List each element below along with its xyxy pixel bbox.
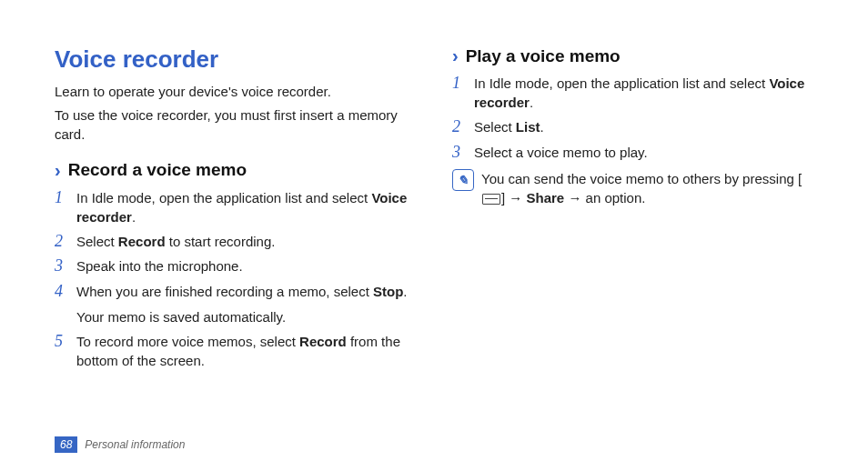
step-text: To record more voice memos, select Recor… bbox=[76, 332, 416, 370]
intro-line-1: Learn to operate your device's voice rec… bbox=[55, 83, 416, 101]
step-text: In Idle mode, open the application list … bbox=[474, 74, 813, 112]
intro-line-2: To use the voice recorder, you must firs… bbox=[55, 106, 416, 144]
note-text: You can send the voice memo to others by… bbox=[481, 169, 813, 207]
play-memo-heading-text: Play a voice memo bbox=[466, 46, 621, 66]
right-column: › Play a voice memo 1 In Idle mode, open… bbox=[452, 45, 813, 418]
text: In Idle mode, open the application list … bbox=[474, 75, 769, 91]
step-number: 2 bbox=[55, 232, 71, 252]
play-memo-heading: › Play a voice memo bbox=[452, 45, 813, 66]
step-text: Speak into the microphone. bbox=[76, 256, 243, 276]
text: In Idle mode, open the application list … bbox=[76, 190, 371, 205]
step-number: 5 bbox=[55, 332, 71, 352]
record-steps-list: 1 In Idle mode, open the application lis… bbox=[55, 188, 416, 302]
bold-text: Record bbox=[299, 334, 347, 349]
step-number: 3 bbox=[452, 143, 469, 163]
text: When you are finished recording a memo, … bbox=[76, 284, 373, 299]
record-steps-list-cont: 5 To record more voice memos, select Rec… bbox=[55, 332, 416, 370]
play-step-3: 3 Select a voice memo to play. bbox=[452, 143, 813, 163]
text: . bbox=[540, 119, 544, 135]
record-step-4-sub: Your memo is saved automatically. bbox=[76, 307, 416, 326]
step-text: When you are finished recording a memo, … bbox=[76, 282, 408, 301]
step-text: In Idle mode, open the application list … bbox=[76, 188, 416, 226]
note-icon: ✎ bbox=[452, 169, 474, 191]
text: → an option. bbox=[564, 190, 645, 205]
play-step-2: 2 Select List. bbox=[452, 117, 813, 137]
step-number: 4 bbox=[55, 282, 71, 302]
left-column: Voice recorder Learn to operate your dev… bbox=[55, 45, 416, 418]
text: to start recording. bbox=[166, 234, 276, 249]
chevron-right-icon: › bbox=[55, 160, 61, 181]
chevron-right-icon: › bbox=[452, 45, 459, 66]
text: . bbox=[132, 209, 136, 225]
record-step-2: 2 Select Record to start recording. bbox=[55, 232, 416, 252]
step-text: Select List. bbox=[474, 117, 544, 136]
step-number: 2 bbox=[452, 117, 469, 137]
bold-text: Record bbox=[118, 234, 166, 249]
step-text: Select a voice memo to play. bbox=[474, 143, 648, 162]
bold-text: Stop bbox=[373, 284, 403, 299]
text: Select bbox=[474, 119, 516, 135]
text: You can send the voice memo to others by… bbox=[481, 171, 802, 186]
share-note: ✎ You can send the voice memo to others … bbox=[452, 169, 813, 207]
two-column-layout: Voice recorder Learn to operate your dev… bbox=[55, 45, 813, 418]
step-number: 1 bbox=[452, 74, 469, 94]
record-step-3: 3 Speak into the microphone. bbox=[55, 256, 416, 276]
record-memo-heading: › Record a voice memo bbox=[55, 160, 416, 181]
record-step-1: 1 In Idle mode, open the application lis… bbox=[55, 188, 416, 226]
step-number: 1 bbox=[55, 188, 71, 208]
record-step-5: 5 To record more voice memos, select Rec… bbox=[55, 332, 416, 370]
text: ] → bbox=[501, 190, 527, 205]
menu-key-icon bbox=[482, 194, 500, 205]
manual-page: Voice recorder Learn to operate your dev… bbox=[0, 0, 868, 471]
text: Select bbox=[76, 234, 118, 249]
record-memo-heading-text: Record a voice memo bbox=[68, 160, 247, 180]
page-title: Voice recorder bbox=[55, 45, 416, 74]
step-number: 3 bbox=[55, 256, 71, 276]
step-text: Select Record to start recording. bbox=[76, 232, 275, 251]
page-number-badge: 68 bbox=[55, 436, 77, 453]
text: To record more voice memos, select bbox=[76, 334, 299, 349]
bold-text: List bbox=[516, 119, 540, 135]
play-steps-list: 1 In Idle mode, open the application lis… bbox=[452, 74, 813, 162]
text: . bbox=[530, 95, 533, 110]
text: . bbox=[403, 284, 407, 299]
page-footer: 68 Personal information bbox=[55, 436, 813, 453]
bold-text: Share bbox=[527, 190, 565, 205]
play-step-1: 1 In Idle mode, open the application lis… bbox=[452, 74, 813, 112]
record-step-4: 4 When you are finished recording a memo… bbox=[55, 282, 416, 302]
footer-section-name: Personal information bbox=[85, 438, 185, 451]
